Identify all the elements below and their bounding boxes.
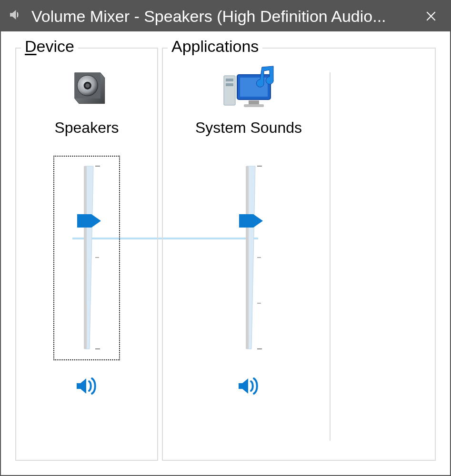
svg-rect-19 bbox=[244, 104, 264, 107]
device-volume-slider[interactable] bbox=[53, 156, 120, 360]
svg-rect-8 bbox=[84, 166, 87, 349]
speakers-device-icon[interactable] bbox=[58, 63, 115, 115]
svg-rect-18 bbox=[249, 100, 259, 104]
applications-group-label: Applications bbox=[168, 37, 262, 56]
device-mute-button[interactable] bbox=[72, 375, 101, 397]
applications-group: Applications bbox=[162, 48, 436, 461]
system-sounds-icon[interactable] bbox=[220, 63, 277, 115]
device-channel: Speakers bbox=[21, 63, 152, 397]
svg-marker-12 bbox=[77, 214, 101, 228]
svg-rect-15 bbox=[226, 83, 233, 86]
system-sounds-channel: System Sounds bbox=[182, 63, 315, 397]
svg-point-6 bbox=[85, 83, 90, 88]
system-sounds-volume-slider[interactable] bbox=[215, 156, 282, 360]
close-button[interactable] bbox=[417, 1, 445, 31]
svg-marker-26 bbox=[239, 214, 263, 228]
content-area: Device bbox=[1, 31, 450, 475]
applications-divider bbox=[330, 72, 331, 441]
volume-mixer-window: Volume Mixer - Speakers (High Definition… bbox=[0, 0, 451, 476]
device-group-label: Device bbox=[21, 37, 78, 56]
system-sounds-mute-button[interactable] bbox=[234, 375, 263, 397]
system-sounds-label: System Sounds bbox=[195, 119, 302, 137]
titlebar[interactable]: Volume Mixer - Speakers (High Definition… bbox=[1, 1, 450, 31]
device-group: Device bbox=[15, 48, 158, 461]
speaker-icon bbox=[8, 7, 22, 26]
device-channel-label: Speakers bbox=[54, 119, 119, 137]
window-title: Volume Mixer - Speakers (High Definition… bbox=[31, 7, 407, 26]
svg-rect-21 bbox=[246, 166, 249, 349]
svg-rect-14 bbox=[226, 79, 233, 81]
